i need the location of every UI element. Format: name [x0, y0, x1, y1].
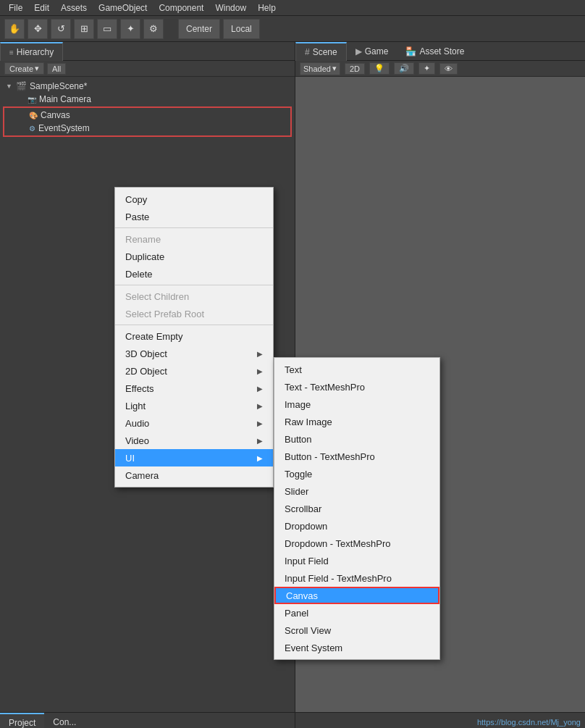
asset-store-tab-icon: 🏪 [405, 46, 416, 57]
sub-text[interactable]: Text [274, 361, 439, 378]
sub-dropdown-tmp[interactable]: Dropdown - TextMeshPro [274, 535, 439, 552]
ctx-paste[interactable]: Paste [115, 208, 273, 225]
menu-component[interactable]: Component [153, 0, 209, 15]
hierarchy-create-label: Create [9, 64, 33, 73]
hierarchy-all-btn[interactable]: All [47, 63, 66, 75]
ctx-rename[interactable]: Rename [115, 230, 273, 248]
tab-hierarchy[interactable]: ≡ Hierarchy [0, 42, 63, 61]
console-tab-label: Con... [53, 717, 76, 727]
url-bar: https://blog.csdn.net/Mj_yong [473, 716, 585, 728]
tool-hand[interactable]: ✋ [4, 19, 25, 39]
menu-edit[interactable]: Edit [28, 0, 55, 15]
ctx-duplicate-label: Duplicate [125, 251, 164, 262]
sub-panel[interactable]: Panel [274, 604, 439, 622]
sub-scroll-view[interactable]: Scroll View [274, 622, 439, 639]
hierarchy-eventsystem[interactable]: ⚙ EventSystem [4, 122, 290, 135]
ctx-copy[interactable]: Copy [115, 191, 273, 208]
tool-custom[interactable]: ⚙ [143, 19, 164, 39]
scene-name: SampleScene* [30, 81, 87, 91]
ctx-sep3 [115, 325, 273, 325]
sub-scrollbar[interactable]: Scrollbar [274, 500, 439, 517]
sub-image[interactable]: Image [274, 396, 439, 413]
tab-asset-store[interactable]: 🏪 Asset Store [397, 42, 473, 61]
tab-game[interactable]: ▶ Game [347, 42, 397, 61]
tool-rect[interactable]: ▭ [97, 19, 117, 39]
sub-button[interactable]: Button [274, 430, 439, 448]
sub-input-field-tmp[interactable]: Input Field - TextMeshPro [274, 569, 439, 587]
hierarchy-tabs-row: ≡ Hierarchy [0, 42, 295, 61]
tab-console[interactable]: Con... [44, 713, 85, 728]
hierarchy-panel: ≡ Hierarchy Create ▾ All ▼ 🎬 SampleScene… [0, 42, 295, 712]
sub-raw-image[interactable]: Raw Image [274, 413, 439, 430]
toolbar: ✋ ✥ ↺ ⊞ ▭ ✦ ⚙ Center Local [0, 16, 585, 42]
ctx-ui-arrow: ▶ [257, 454, 263, 462]
menu-gameobject[interactable]: GameObject [93, 0, 153, 15]
sub-text-tmp[interactable]: Text - TextMeshPro [274, 378, 439, 396]
scene-visibility-btn[interactable]: 👁 [439, 63, 458, 75]
ctx-select-children[interactable]: Select Children [115, 288, 273, 305]
ctx-camera[interactable]: Camera [115, 466, 273, 484]
canvas-icon: 🎨 [29, 112, 38, 120]
menu-help[interactable]: Help [252, 0, 282, 15]
hierarchy-create-btn[interactable]: Create ▾ [4, 62, 44, 75]
tab-project[interactable]: Project [0, 713, 44, 728]
sub-canvas-label: Canvas [286, 590, 318, 601]
sub-toggle[interactable]: Toggle [274, 465, 439, 482]
sub-text-label: Text [285, 364, 302, 375]
hierarchy-toolbar: Create ▾ All [0, 61, 295, 77]
ctx-2d-object[interactable]: 2D Object ▶ [115, 362, 273, 380]
ctx-select-prefab-root[interactable]: Select Prefab Root [115, 305, 273, 322]
ctx-ui-label: UI [125, 453, 135, 464]
shaded-select[interactable]: Shaded ▾ [300, 62, 340, 75]
center-toggle[interactable]: Center [178, 19, 220, 39]
sub-event-system[interactable]: Event System [274, 639, 439, 656]
menu-window[interactable]: Window [209, 0, 252, 15]
sub-slider-label: Slider [285, 486, 308, 497]
ctx-create-empty[interactable]: Create Empty [115, 327, 273, 345]
ctx-audio-label: Audio [125, 418, 149, 429]
local-toggle[interactable]: Local [223, 19, 260, 39]
ctx-light[interactable]: Light ▶ [115, 397, 273, 414]
ctx-audio[interactable]: Audio ▶ [115, 414, 273, 432]
tab-scene[interactable]: # Scene [295, 42, 347, 61]
sub-input-field[interactable]: Input Field [274, 552, 439, 569]
ctx-ui[interactable]: UI ▶ [115, 449, 273, 466]
sub-dropdown[interactable]: Dropdown [274, 517, 439, 535]
ctx-duplicate[interactable]: Duplicate [115, 248, 273, 265]
scene-effects-btn[interactable]: ✦ [418, 62, 435, 75]
local-label: Local [231, 24, 252, 34]
sub-event-system-label: Event System [285, 643, 342, 653]
scene-2d-btn[interactable]: 2D [345, 63, 365, 75]
ctx-effects[interactable]: Effects ▶ [115, 380, 273, 397]
menu-bar: File Edit Assets GameObject Component Wi… [0, 0, 585, 16]
menu-file[interactable]: File [3, 0, 28, 15]
tool-scale[interactable]: ⊞ [74, 19, 94, 39]
hierarchy-tab-label: Hierarchy [17, 47, 54, 57]
hierarchy-scene[interactable]: ▼ 🎬 SampleScene* [0, 80, 295, 93]
sub-scroll-view-label: Scroll View [285, 625, 331, 636]
tool-move[interactable]: ✥ [28, 19, 48, 39]
ctx-audio-arrow: ▶ [257, 419, 263, 427]
ctx-paste-label: Paste [125, 212, 149, 222]
ctx-2d-object-label: 2D Object [125, 366, 167, 377]
project-tabs-row: Project Con... [0, 713, 295, 728]
sub-button-tmp[interactable]: Button - TextMeshPro [274, 448, 439, 465]
context-menu: Copy Paste Rename Duplicate Delete Selec… [114, 187, 274, 488]
hierarchy-main-camera[interactable]: 📷 Main Camera [0, 93, 295, 106]
tool-transform[interactable]: ✦ [120, 19, 140, 39]
ctx-delete[interactable]: Delete [115, 265, 273, 283]
sub-dropdown-tmp-label: Dropdown - TextMeshPro [285, 538, 390, 549]
scene-audio-btn[interactable]: 🔊 [394, 62, 414, 75]
tool-rotate[interactable]: ↺ [51, 19, 71, 39]
ctx-video[interactable]: Video ▶ [115, 432, 273, 449]
sub-canvas[interactable]: Canvas [274, 587, 439, 604]
hierarchy-canvas[interactable]: 🎨 Canvas [4, 109, 290, 122]
sub-toggle-label: Toggle [285, 469, 312, 480]
menu-assets[interactable]: Assets [55, 0, 93, 15]
sub-slider[interactable]: Slider [274, 482, 439, 500]
scene-light-btn[interactable]: 💡 [369, 62, 390, 75]
ctx-sep2 [115, 285, 273, 285]
ctx-select-children-label: Select Children [125, 291, 189, 302]
scene-icon: 🎬 [16, 81, 27, 91]
ctx-3d-object[interactable]: 3D Object ▶ [115, 345, 273, 362]
